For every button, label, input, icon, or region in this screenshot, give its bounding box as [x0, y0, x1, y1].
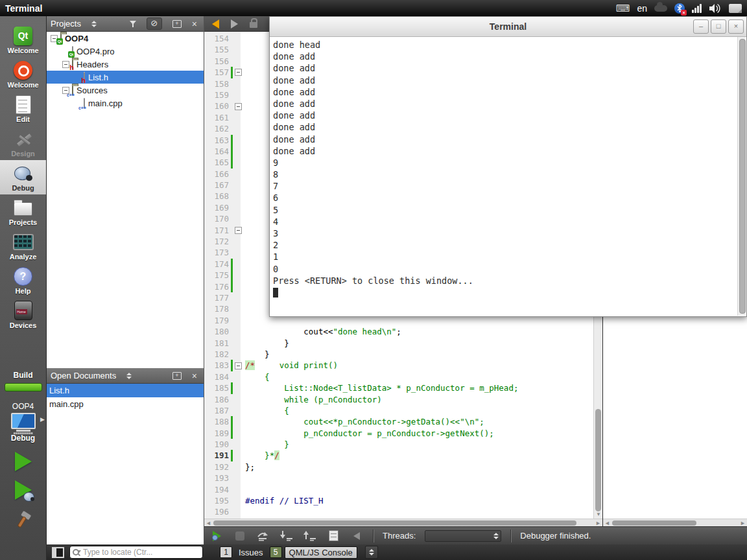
split-panel-icon[interactable]: +	[172, 20, 182, 28]
fold-marker-icon[interactable]	[233, 360, 243, 371]
scrollbar-thumb[interactable]	[595, 409, 601, 511]
terminal-scrollbar[interactable]	[737, 37, 746, 316]
scroll-down-arrow-icon[interactable]: ▼	[596, 511, 601, 517]
view-source-icon[interactable]	[326, 530, 340, 542]
navigate-back-icon[interactable]	[212, 19, 219, 29]
output-pane-button-qml-js-console[interactable]: QML/JS Console	[285, 546, 357, 559]
editor-line[interactable]: 181 }	[204, 338, 594, 349]
step-over-icon[interactable]	[256, 530, 270, 542]
minimize-button[interactable]: –	[693, 19, 709, 34]
stop-debugger-icon[interactable]	[233, 530, 247, 542]
terminal-titlebar[interactable]: Terminal – □ ×	[270, 17, 746, 37]
output-pane-button-issues[interactable]: Issues	[235, 547, 267, 558]
open-document-list-h[interactable]: List.h	[47, 384, 204, 397]
output-pane-buttons: 1Issues5QML/JS Console	[220, 546, 357, 559]
editor-line[interactable]: 192};	[204, 461, 594, 472]
close-panel-icon[interactable]: ×	[192, 19, 197, 29]
continue-debugger-icon[interactable]	[209, 530, 224, 542]
fold-space	[233, 416, 243, 427]
threads-label: Threads:	[383, 531, 416, 541]
keyboard-layout-indicator[interactable]: en	[637, 3, 647, 14]
fold-space	[233, 78, 243, 89]
expander-icon[interactable]	[62, 61, 69, 68]
locator-box[interactable]	[69, 546, 203, 559]
close-button[interactable]: ×	[728, 19, 744, 34]
editor-line[interactable]: 188 cout<<*p_nConductor->getData()<<"\n"…	[204, 416, 594, 427]
scrollbar-thumb[interactable]	[612, 520, 696, 526]
panel-selector-combo-icon[interactable]	[126, 373, 132, 379]
terminal-output[interactable]: done headdone adddone adddone adddone ad…	[270, 37, 737, 316]
power-manager-icon[interactable]	[729, 4, 742, 13]
change-bar-space	[231, 315, 233, 326]
sidebar-mode-analyze[interactable]: Analyze	[0, 229, 46, 263]
fold-marker-icon[interactable]	[233, 225, 243, 236]
change-bar-space	[231, 56, 233, 67]
editor-line[interactable]: 189 p_nConductor = p_nConductor->getNext…	[204, 428, 594, 439]
panel-selector-combo-icon[interactable]	[91, 21, 97, 27]
sidebar-mode-devices[interactable]: HomeDevices	[0, 298, 46, 332]
fold-marker-icon[interactable]	[233, 67, 243, 78]
editor-line[interactable]: 194	[204, 484, 594, 495]
filter-icon[interactable]	[130, 21, 136, 27]
cloud-sync-icon[interactable]	[654, 5, 667, 12]
tree-item-oop4[interactable]: QtOOP4	[47, 32, 204, 45]
editor-line[interactable]: 187 {	[204, 405, 594, 416]
editor-line[interactable]: 182 }	[204, 349, 594, 360]
open-document-main-cpp[interactable]: main.cpp	[47, 397, 204, 411]
network-signal-icon[interactable]	[692, 4, 702, 13]
volume-icon[interactable]	[709, 3, 722, 14]
change-bar-space	[231, 371, 233, 382]
keyboard-icon[interactable]: ⌨	[616, 3, 630, 14]
sidebar-mode-help[interactable]: ?Help	[0, 263, 46, 298]
code-text: List::Node<T_listData> * p_nConductor = …	[243, 382, 518, 393]
sidebar-mode-edit[interactable]: Edit	[0, 91, 46, 126]
editor-line[interactable]: 185 List::Node<T_listData> * p_nConducto…	[204, 382, 594, 393]
editor-line[interactable]: 191 }*/	[204, 450, 594, 461]
close-panel-icon[interactable]: ×	[192, 371, 197, 380]
tree-item-oop4-pro[interactable]: QtOOP4.pro	[47, 45, 204, 58]
fold-space	[233, 303, 243, 314]
tree-item-list-h[interactable]: hList.h	[47, 71, 204, 84]
fold-marker-icon[interactable]	[233, 100, 243, 111]
line-number: 193	[204, 472, 231, 484]
bluetooth-icon[interactable]: ×	[674, 3, 685, 14]
debugger-back-icon[interactable]	[350, 530, 364, 542]
change-bar-space	[231, 191, 233, 202]
tree-item-sources[interactable]: c++Sources	[47, 84, 204, 97]
tree-item-headers[interactable]: hHeaders	[47, 58, 204, 71]
code-text	[243, 67, 245, 78]
navigate-forward-icon[interactable]	[231, 19, 238, 29]
toggle-sidebar-icon[interactable]	[52, 547, 64, 558]
tree-item-main-cpp[interactable]: c++main.cpp	[47, 97, 204, 110]
maximize-button[interactable]: □	[711, 19, 726, 34]
editor-line[interactable]: 193	[204, 472, 594, 484]
editor-line[interactable]: 186 while (p_nConductor)	[204, 394, 594, 405]
editor-line[interactable]: 190 }	[204, 439, 594, 450]
sidebar-mode-welcome-qt[interactable]: QtWelcome	[0, 23, 46, 57]
threads-combo[interactable]	[425, 530, 501, 542]
editor-line[interactable]: 183/* void print()	[204, 360, 594, 371]
split-panel-icon[interactable]: +	[172, 372, 182, 380]
line-number: 184	[204, 371, 231, 382]
locator-input[interactable]	[82, 547, 182, 557]
run-button[interactable]	[15, 452, 32, 471]
build-hammer-button[interactable]	[12, 509, 34, 530]
line-number: 190	[204, 439, 231, 450]
search-icon	[73, 549, 80, 556]
debug-run-button[interactable]	[15, 480, 32, 500]
line-number: 185	[204, 382, 231, 393]
kit-selector[interactable]: OOP4 ▶ Debug	[0, 402, 46, 443]
scrollbar-thumb[interactable]	[213, 520, 576, 526]
editor-line[interactable]: 184 {	[204, 371, 594, 382]
scrollbar-thumb[interactable]	[739, 39, 746, 314]
step-into-icon[interactable]	[279, 530, 294, 542]
output-pane-combo[interactable]	[365, 546, 378, 559]
step-out-icon[interactable]	[303, 530, 317, 542]
editor-line[interactable]: 180 cout<<"done head\n";	[204, 326, 594, 337]
editor-line[interactable]: 196	[204, 506, 594, 517]
editor-line[interactable]: 195#endif // LIST_H	[204, 495, 594, 506]
sidebar-mode-projects[interactable]: Projects	[0, 194, 46, 229]
sidebar-mode-welcome-ubuntu[interactable]: Welcome	[0, 57, 46, 91]
sync-with-editor-icon[interactable]: ⊘	[147, 18, 162, 30]
sidebar-mode-debug[interactable]: Debug	[0, 160, 46, 194]
